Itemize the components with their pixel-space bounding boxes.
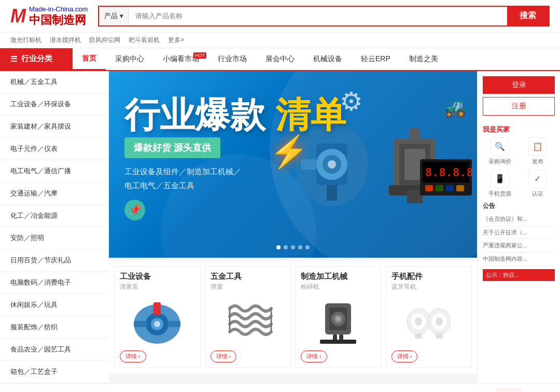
svg-rect-20 (456, 185, 464, 191)
pump-product-svg (129, 298, 186, 345)
product-row: 工业设备 渣浆泵 详情 (114, 266, 472, 368)
product-sub-hardware: 弹簧 (211, 283, 286, 291)
register-button[interactable]: 注册 (483, 97, 555, 116)
sidebar-item-industrial[interactable]: 工业设备／环保设备 (0, 93, 109, 116)
notice-item-4[interactable]: 中国制造网内容... (483, 253, 555, 266)
notice-cta[interactable]: 公示：协议... (483, 269, 555, 281)
banner-dot-2[interactable] (284, 245, 288, 249)
svg-rect-25 (167, 321, 180, 327)
logo-made-text: Made-in-China.com (29, 5, 88, 13)
mobile-icon: 📱 (491, 170, 509, 188)
brand-guangzhou[interactable]: 广州中制包装 (276, 388, 318, 392)
sidebar-item-mechanical[interactable]: 机械／五金工具 (0, 71, 109, 93)
banner-indicators (276, 245, 310, 249)
product-img-phone (391, 296, 467, 347)
sidebar-item-transport[interactable]: 交通运输／汽摩 (0, 183, 109, 205)
nav-links: 首页 采购中心 小编看市场 HOT 行业市场 展会中心 机械设备 轻云ERP 制… (73, 48, 447, 70)
brand-fadekang[interactable]: FADEKANG® —法德康— (37, 388, 92, 392)
notice-item-3[interactable]: 严重违规商家公... (483, 239, 555, 253)
banner-dot-1[interactable] (276, 245, 281, 249)
product-sub-machinery: 粉碎机 (301, 283, 376, 291)
category-menu-button[interactable]: ☰ 行业分类 (0, 48, 73, 70)
category-menu-label: 行业分类 (21, 54, 52, 64)
svg-point-44 (436, 317, 443, 326)
nav-link-beauty[interactable]: 制造之美 (400, 48, 447, 70)
banner-dot-4[interactable] (298, 245, 302, 249)
brand-aisry[interactable]: AISRY AISRY&IN STRUMENT (157, 388, 212, 392)
sidebar-item-electronic[interactable]: 电子元件／仪表 (0, 138, 109, 160)
hero-banner[interactable]: ⚙ ⚡ 行业爆款 清单 爆款好货 源头直供 工业设备及组件／制造加工机械／ 电工… (109, 71, 477, 258)
logo-china-text: 中国制造网 (29, 13, 88, 27)
buyer-action-cert[interactable]: ✓ 认证 (521, 170, 555, 198)
sidebar: 机械／五金工具 工业设备／环保设备 家装建材／家具摆设 电子元件／仪表 电工电气… (0, 71, 109, 383)
sidebar-item-bags[interactable]: 箱包／工艺盒子 (0, 361, 109, 383)
notice-item-1[interactable]: 《会员协议》和... (483, 213, 555, 226)
banner-text: 行业爆款 清单 爆款好货 源头直供 工业设备及组件／制造加工机械／ 电工电气／五… (124, 97, 346, 220)
menu-icon: ☰ (10, 54, 17, 64)
product-card-hardware: 五金工具 弹簧 详情 (205, 266, 291, 368)
nav-link-industry[interactable]: 行业市场 (208, 48, 256, 70)
banner-dot-5[interactable] (305, 245, 310, 249)
login-button[interactable]: 登录 (483, 76, 555, 94)
grinder-svg (310, 298, 367, 345)
sidebar-item-food[interactable]: 食品农业／园艺工具 (0, 339, 109, 361)
svg-rect-41 (415, 333, 422, 339)
nav-link-purchase[interactable]: 采购中心 (106, 48, 153, 70)
buyer-action-inquiry[interactable]: 🔍 采购询价 (483, 137, 517, 165)
search-category-select[interactable]: 产品 ▾ (99, 7, 129, 25)
notice-item-2[interactable]: 关于公开征求（... (483, 226, 555, 240)
publish-icon: 📋 (528, 137, 547, 156)
hot-search-item[interactable]: 潜水搅拌机 (50, 36, 81, 45)
sidebar-item-clothing[interactable]: 服装配饰／纺织 (0, 316, 109, 339)
sidebar-item-electrical[interactable]: 电工电气／通信广播 (0, 160, 109, 183)
detail-button-hardware[interactable]: 详情 (211, 351, 237, 362)
hot-search-item[interactable]: 更多> (168, 36, 184, 45)
search-category-label: 产品 (104, 11, 118, 21)
banner-sub-text: 爆款好货 源头直供 (124, 137, 220, 158)
nav-link-expo[interactable]: 展会中心 (256, 48, 304, 70)
brand-aine[interactable]: AINE® (383, 388, 432, 392)
sidebar-item-digital[interactable]: 电脑数码／消费电子 (0, 272, 109, 294)
brand-xin[interactable]: 鑫 (496, 388, 522, 392)
sidebar-item-leisure[interactable]: 休闲娱乐／玩具 (0, 294, 109, 316)
pin-icon: 📌 (124, 200, 145, 220)
hot-badge: HOT (193, 52, 206, 59)
chevron-down-icon: ▾ (120, 12, 123, 20)
cert-label: 认证 (521, 190, 555, 198)
notice-title: 公告 (483, 202, 555, 211)
svg-rect-19 (446, 185, 454, 191)
svg-rect-24 (134, 321, 147, 327)
nav-link-home[interactable]: 首页 (73, 48, 106, 70)
product-img-machinery (301, 296, 376, 347)
sidebar-item-chemical[interactable]: 化工／冶金能源 (0, 205, 109, 227)
sidebar-item-security[interactable]: 安防／照明 (0, 227, 109, 249)
detail-button-phone[interactable]: 详情 (391, 351, 418, 362)
nav-link-editor[interactable]: 小编看市场 HOT (153, 48, 208, 70)
search-input[interactable] (129, 7, 507, 25)
cert-icon: ✓ (528, 170, 547, 188)
hot-search-item[interactable]: 激光打标机 (10, 36, 41, 45)
sidebar-item-home[interactable]: 家装建材／家具摆设 (0, 116, 109, 138)
product-sub-industrial: 渣浆泵 (120, 283, 195, 291)
nav-link-erp[interactable]: 轻云ERP (352, 48, 400, 70)
center-content: ⚙ ⚡ 行业爆款 清单 爆款好货 源头直供 工业设备及组件／制造加工机械／ 电工… (109, 71, 477, 383)
logo[interactable]: M Made-in-China.com 中国制造网 (10, 5, 88, 27)
buyer-action-mobile[interactable]: 📱 手机货源 (483, 170, 517, 198)
banner-dot-3[interactable] (291, 245, 295, 249)
buyer-action-publish[interactable]: 📋 发布 (521, 137, 555, 165)
hot-search-item[interactable]: 防风抑尘网 (89, 36, 120, 45)
svg-rect-17 (425, 185, 433, 191)
detail-button-industrial[interactable]: 详情 (120, 351, 146, 362)
tractor-icon: 🚜 (443, 97, 467, 119)
hot-search-item[interactable]: 耙斗装岩机 (129, 36, 160, 45)
buyer-actions: 🔍 采购询价 📋 发布 (483, 137, 555, 165)
search-button[interactable]: 搜索 (507, 7, 549, 25)
svg-rect-12 (407, 190, 415, 203)
nav-link-machinery[interactable]: 机械设备 (304, 48, 352, 70)
spring-svg (219, 298, 276, 345)
svg-rect-26 (153, 302, 161, 315)
buyer-actions-2: 📱 手机货源 ✓ 认证 (483, 170, 555, 198)
sidebar-item-daily[interactable]: 日用百货／节庆礼品 (0, 249, 109, 272)
detail-button-machinery[interactable]: 详情 (301, 351, 327, 362)
lightning-icon: ⚡ (270, 133, 309, 170)
